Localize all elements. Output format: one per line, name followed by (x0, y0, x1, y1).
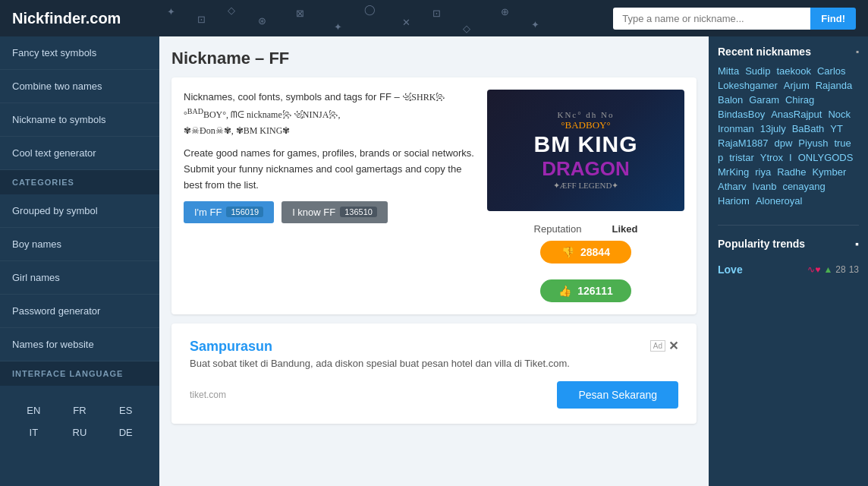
lang-it[interactable]: IT (12, 423, 55, 442)
nick-tag[interactable]: Hariom (718, 195, 750, 207)
sidebar-item-cool-text[interactable]: Cool text generator (0, 137, 159, 170)
deco-symbol: ✦ (334, 21, 342, 33)
nick-tag[interactable]: Balon (718, 94, 743, 106)
intro-text: Nicknames, cool fonts, symbols and tags … (184, 90, 475, 138)
nick-tag[interactable]: Kymber (812, 166, 846, 178)
nick-tag[interactable]: tristar (729, 152, 754, 163)
nick-tag[interactable]: I (789, 152, 792, 163)
iknow-count: 136510 (340, 207, 377, 217)
sidebar-item-girl-names[interactable]: Girl names (0, 261, 159, 295)
ad-cta-button[interactable]: Pesan Sekarang (557, 381, 678, 409)
layout: Fancy text symbols Combine two names Nic… (0, 36, 868, 486)
lang-en[interactable]: EN (12, 401, 55, 420)
trend-up-icon: ▲ (823, 264, 832, 275)
deco-symbol: ⊕ (501, 6, 509, 17)
iknowff-button[interactable]: I know FF 136510 (281, 201, 388, 223)
nick-tag[interactable]: RajaM1887 (718, 137, 769, 149)
info-text: Nicknames, cool fonts, symbols and tags … (184, 90, 475, 302)
deco-symbol: ◇ (228, 5, 235, 16)
popularity-title: Popularity trends ▪ (709, 229, 868, 250)
nick-image-col: KNc° dh No °BADBOY° BM KING DRAGON ✦ÆFF … (487, 90, 684, 302)
nick-tag[interactable]: Nock (828, 109, 851, 120)
sidebar-item-nickname-symbols[interactable]: Nickname to symbols (0, 103, 159, 137)
nick-tag[interactable]: Arjum (784, 80, 810, 91)
nick-tag[interactable]: Atharv (718, 181, 747, 192)
nick-tag[interactable]: BindasBoy (718, 109, 765, 120)
nick-tag[interactable]: taekook (776, 65, 811, 77)
nick-tag[interactable]: Aloneroyal (756, 195, 802, 207)
sidebar-item-combine[interactable]: Combine two names (0, 70, 159, 103)
nick-tag[interactable]: Lokeshgamer (718, 80, 778, 91)
nick-tag[interactable]: Carlos (817, 65, 846, 77)
header: ✦ ⊡ ◇ ⊛ ⊠ ✦ ◯ ✕ ⊡ ◇ ⊕ ✦ Nickfinder.com F… (0, 0, 868, 36)
sidebar-item-names-website[interactable]: Names for website (0, 328, 159, 361)
nick-tag[interactable]: MrKing (718, 166, 749, 178)
nick-tag[interactable]: Mitta (718, 65, 739, 77)
interface-lang-label: INTERFACE LANGUAGE (0, 361, 159, 386)
ad-site: tiket.com (190, 390, 226, 400)
action-buttons: I'm FF 156019 I know FF 136510 (184, 201, 475, 223)
nick-tag[interactable]: Ivanb (753, 181, 777, 192)
ad-title: Sampurasun (190, 339, 272, 355)
nick-tag[interactable]: Sudip (745, 65, 770, 77)
description-text: Create good names for games, profiles, b… (184, 146, 475, 193)
pop-name-love[interactable]: Love (718, 264, 743, 276)
lang-de[interactable]: DE (104, 423, 147, 442)
nick-tag[interactable]: dpw (775, 137, 793, 149)
dislike-count: 28844 (580, 246, 610, 258)
nick-tag[interactable]: cenayang (782, 181, 825, 192)
nick-tag[interactable]: ONLYGODS (798, 152, 854, 163)
nick-image: KNc° dh No °BADBOY° BM KING DRAGON ✦ÆFF … (487, 90, 684, 211)
language-selector: EN FR ES IT RU DE (0, 386, 159, 451)
nick-tag[interactable]: 13july (760, 123, 786, 134)
sidebar-item-password[interactable]: Password generator (0, 295, 159, 328)
ad-description: Buat sobat tiket di Bandung, ada diskon … (190, 358, 678, 369)
search-button[interactable]: Find! (810, 8, 856, 30)
right-sidebar: Recent nicknames ▪ Mitta Sudip taekook C… (709, 36, 868, 486)
pop-item-love: Love ∿♥ ▲ 28 13 (709, 257, 868, 282)
imff-count: 156019 (226, 207, 263, 217)
nick-tag[interactable]: riya (755, 166, 771, 178)
like-button[interactable]: 👍 126111 (540, 279, 631, 302)
nick-tag[interactable]: Chirag (785, 94, 814, 106)
nick-tag[interactable]: YT (830, 123, 843, 134)
sidebar-item-fancy-text[interactable]: Fancy text symbols (0, 36, 159, 70)
search-input[interactable] (613, 8, 810, 30)
ad-header: Sampurasun Ad ✕ (190, 339, 678, 355)
nick-tag[interactable]: Radhe (777, 166, 806, 178)
site-logo: Nickfinder.com (12, 10, 121, 27)
ad-close-button[interactable]: ✕ (668, 339, 678, 353)
lang-fr[interactable]: FR (58, 401, 102, 420)
lang-ru[interactable]: RU (58, 423, 102, 442)
nick-image-content: KNc° dh No °BADBOY° BM KING DRAGON ✦ÆFF … (527, 103, 646, 198)
rep-labels: Reputation Liked (534, 223, 638, 235)
sidebar-item-grouped[interactable]: Grouped by symbol (0, 194, 159, 228)
deco-symbol: ⊡ (197, 14, 206, 25)
nick-tag[interactable]: Rajanda (816, 80, 852, 91)
nick-tag[interactable]: Ironman (718, 123, 754, 134)
deco-symbol: ◯ (364, 4, 376, 15)
nick-tag[interactable]: BaBath (792, 123, 825, 134)
nick-tag[interactable]: true (834, 137, 851, 149)
deco-symbol: ⊠ (296, 8, 304, 19)
main-inner: Nickname – FF Nicknames, cool fonts, sym… (159, 36, 709, 445)
nick-tag[interactable]: Ytrox (760, 152, 783, 163)
lang-es[interactable]: ES (104, 401, 147, 420)
liked-label: Liked (612, 223, 637, 235)
categories-label: CATEGORIES (0, 170, 159, 194)
ad-label: Ad (650, 340, 665, 352)
deco-symbol: ✦ (531, 19, 539, 30)
reputation-area: Reputation Liked 👎 28844 👍 126111 (534, 217, 638, 302)
imff-button[interactable]: I'm FF 156019 (184, 201, 274, 223)
info-box: Nicknames, cool fonts, symbols and tags … (171, 77, 697, 314)
pop-count2: 13 (849, 264, 859, 275)
dislike-button[interactable]: 👎 28844 (540, 241, 631, 264)
heartbeat-icon: ∿♥ (807, 264, 820, 275)
nick-tag[interactable]: AnasRajput (771, 109, 822, 120)
nick-tag[interactable]: Garam (749, 94, 779, 106)
sidebar-item-boy-names[interactable]: Boy names (0, 228, 159, 261)
nick-tag[interactable]: Piyush (798, 137, 828, 149)
deco-symbol: ⊛ (258, 15, 266, 27)
lang-grid: EN FR ES IT RU DE (12, 401, 147, 442)
nick-tag[interactable]: p (718, 152, 723, 163)
